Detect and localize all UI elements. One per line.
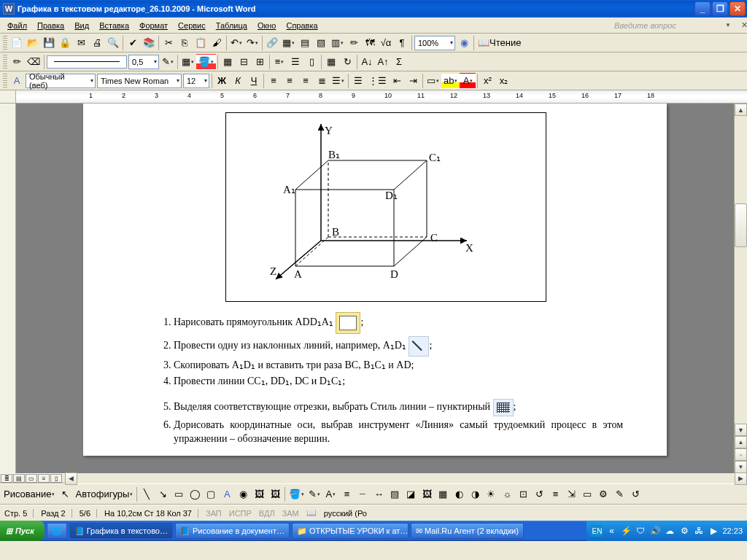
- next-page-button[interactable]: ▼: [735, 461, 747, 473]
- wordart-button[interactable]: A: [219, 486, 235, 502]
- set-transparent-button[interactable]: ✎: [611, 486, 627, 502]
- 3d-button[interactable]: ◪: [403, 486, 419, 502]
- restore-button[interactable]: ❐: [712, 1, 728, 16]
- reading-view-button[interactable]: ▯: [50, 474, 62, 483]
- sort-desc-button[interactable]: A↑: [375, 54, 391, 70]
- styles-pane-button[interactable]: A: [9, 73, 25, 89]
- insert-excel-button[interactable]: ▧: [313, 35, 329, 51]
- menu-format[interactable]: Формат: [135, 20, 172, 31]
- tray-lang-icon[interactable]: EN: [591, 525, 603, 537]
- eraser-button[interactable]: ⌫: [25, 54, 42, 70]
- undo-button[interactable]: ↶: [228, 35, 244, 51]
- less-bright-button[interactable]: ☼: [499, 486, 515, 502]
- taskbar-item-word1[interactable]: 📘Графика в текстово…: [69, 523, 173, 539]
- minimize-button[interactable]: _: [694, 1, 711, 16]
- taskbar-item-folder[interactable]: 📁ОТКРЫТЫЕ УРОКИ к ат…: [292, 523, 409, 539]
- superscript-button[interactable]: x²: [479, 73, 495, 89]
- subscript-button[interactable]: x₂: [495, 73, 511, 89]
- more-bright-button[interactable]: ☀: [483, 486, 499, 502]
- border-color-button[interactable]: ✎: [160, 54, 176, 70]
- distribute-cols-button[interactable]: ▯: [303, 54, 320, 70]
- highlight-button[interactable]: ab: [441, 73, 460, 89]
- help-dropdown-icon[interactable]: ▼: [721, 20, 735, 30]
- toolbar-grip[interactable]: [3, 55, 7, 69]
- outside-border-button[interactable]: ▭: [425, 73, 441, 89]
- toolbar-grip[interactable]: [3, 74, 7, 88]
- ruler-vertical[interactable]: [0, 104, 16, 473]
- outline-view-button[interactable]: ≡: [38, 474, 50, 483]
- bullets-button[interactable]: ⋮☰: [366, 73, 389, 89]
- borders-button[interactable]: ▦: [179, 54, 196, 70]
- split-cells-button[interactable]: ⊞: [252, 54, 268, 70]
- less-contrast-button[interactable]: ◑: [467, 486, 483, 502]
- status-language[interactable]: русский (Ро: [324, 509, 367, 518]
- start-button[interactable]: ⊞Пуск: [0, 521, 44, 541]
- close-button[interactable]: ✕: [729, 1, 746, 16]
- doc-map-button[interactable]: 🗺: [362, 35, 378, 51]
- crop-button[interactable]: ⊡: [515, 486, 531, 502]
- diagram-button[interactable]: ◉: [235, 486, 251, 502]
- bold-button[interactable]: Ж: [214, 73, 230, 89]
- select-objects-button[interactable]: ↖: [57, 486, 73, 502]
- sort-asc-button[interactable]: A↓: [359, 54, 375, 70]
- new-doc-button[interactable]: 📄: [9, 35, 25, 51]
- dash-style-button[interactable]: ┈: [355, 486, 371, 502]
- line-color-button[interactable]: ✎: [306, 486, 322, 502]
- tray-icon[interactable]: 🛡: [635, 525, 646, 537]
- close-doc-button[interactable]: ✕: [737, 19, 747, 31]
- status-ext[interactable]: ВДЛ: [259, 509, 275, 518]
- align-center-button[interactable]: ≡: [282, 73, 298, 89]
- line-spacing-button[interactable]: ☰: [330, 73, 347, 89]
- font-size-combo[interactable]: 12: [183, 74, 209, 88]
- web-view-button[interactable]: ▤: [13, 474, 25, 483]
- pic-color-button[interactable]: ▦: [435, 486, 451, 502]
- tables-borders-button[interactable]: ▦: [280, 35, 297, 51]
- select-browse-button[interactable]: ◦: [735, 448, 747, 461]
- taskbar-item-word2[interactable]: 📘Рисование в документ…: [175, 523, 290, 539]
- print-view-button[interactable]: ▭: [26, 474, 37, 483]
- cut-button[interactable]: ✂: [160, 35, 177, 51]
- underline-button[interactable]: Ч: [246, 73, 262, 89]
- help-button[interactable]: ◉: [456, 35, 472, 51]
- menu-window[interactable]: Окно: [253, 20, 281, 31]
- pilcrow-button[interactable]: ¶: [394, 35, 410, 51]
- status-spellcheck-icon[interactable]: 📖: [306, 508, 317, 518]
- increase-indent-button[interactable]: ⇥: [405, 73, 421, 89]
- menu-edit[interactable]: Правка: [33, 20, 69, 31]
- oval-button[interactable]: ◯: [187, 486, 203, 502]
- picture-button[interactable]: 🖼: [267, 486, 283, 502]
- draw-table-button[interactable]: ✏: [9, 54, 25, 70]
- menu-table[interactable]: Таблица: [212, 20, 252, 31]
- drawing-menu[interactable]: Рисование: [1, 486, 57, 502]
- text-direction-button[interactable]: ↻: [339, 54, 355, 70]
- distribute-rows-button[interactable]: ☰: [287, 54, 303, 70]
- menu-help[interactable]: Справка: [282, 20, 322, 31]
- print-button[interactable]: 🖨: [89, 35, 105, 51]
- reset-pic-button[interactable]: ↺: [627, 486, 643, 502]
- shadow-button[interactable]: ▨: [387, 486, 403, 502]
- menu-view[interactable]: Вид: [70, 20, 93, 31]
- rotate-left-button[interactable]: ↺: [531, 486, 547, 502]
- spellcheck-button[interactable]: ✔: [125, 35, 141, 51]
- rectangle-button[interactable]: ▭: [171, 486, 187, 502]
- format-pic-button[interactable]: ⚙: [595, 486, 611, 502]
- prev-page-button[interactable]: ▲: [735, 436, 747, 448]
- numbering-button[interactable]: ☰: [350, 73, 366, 89]
- zoom-combo[interactable]: 100%: [414, 36, 455, 50]
- scroll-left-button[interactable]: ◀: [65, 472, 77, 485]
- tray-icon[interactable]: 🔊: [649, 525, 661, 537]
- columns-button[interactable]: ▥: [329, 35, 346, 51]
- italic-button[interactable]: К: [230, 73, 246, 89]
- system-tray[interactable]: EN « ⚡ 🛡 🔊 ☁ ⚙ 🖧 ▶ 22:23: [587, 521, 747, 541]
- align-cell-button[interactable]: ≡: [271, 54, 287, 70]
- insert-table-btn[interactable]: ▦: [220, 54, 236, 70]
- arrow-button[interactable]: ↘: [155, 486, 171, 502]
- taskbar-item-mailru[interactable]: ✉Mail.Ru Агент (2 вкладки): [411, 523, 524, 539]
- font-color-draw-button[interactable]: A: [322, 486, 338, 502]
- style-combo[interactable]: Обычный (веб): [26, 74, 96, 88]
- status-rec[interactable]: ЗАП: [206, 509, 222, 518]
- tray-icon[interactable]: ☁: [664, 525, 676, 537]
- tray-icon[interactable]: ▶: [708, 525, 719, 537]
- scroll-thumb[interactable]: [735, 203, 747, 247]
- ruler-horizontal[interactable]: 12 34 56 78 910 1112 1314 1516 1718: [0, 90, 747, 104]
